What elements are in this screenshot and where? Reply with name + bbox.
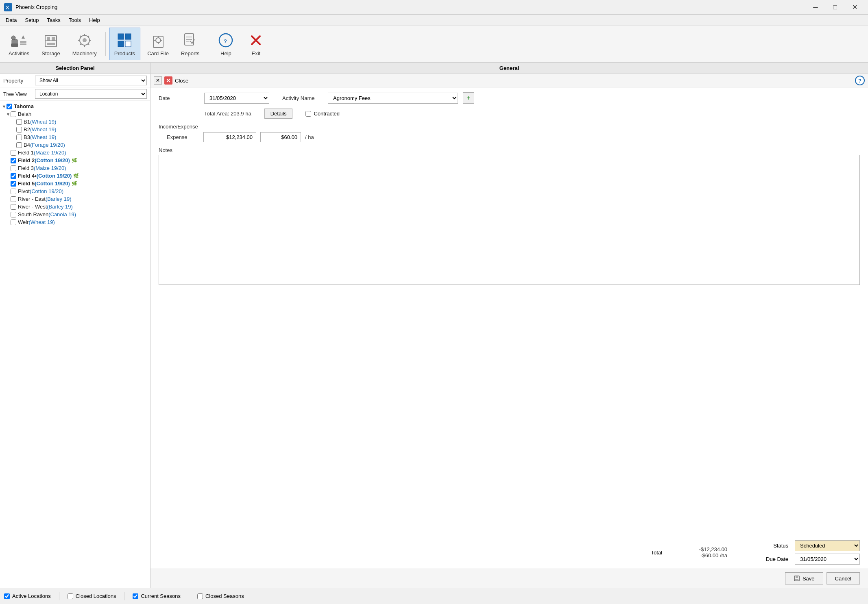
- list-item[interactable]: Field 2(Cotton 19/20) 🌿: [0, 156, 150, 164]
- toolbar-products-button[interactable]: Products: [109, 28, 140, 60]
- field1-label: Field 1: [18, 150, 34, 156]
- svg-rect-14: [125, 34, 131, 39]
- menu-setup[interactable]: Setup: [21, 16, 43, 24]
- b1-label: B1: [24, 119, 30, 125]
- list-item[interactable]: Pivot(Cotton 19/20): [0, 187, 150, 195]
- list-item[interactable]: B3(Wheat 19): [0, 133, 150, 141]
- list-item[interactable]: Weir(Wheat 19): [0, 218, 150, 226]
- tahoma-checkbox[interactable]: [7, 104, 12, 109]
- date-select[interactable]: 31/05/2020: [204, 93, 269, 104]
- current-seasons-label: Current Seasons: [141, 593, 181, 599]
- close-button[interactable]: ✕: [845, 1, 864, 13]
- b1-checkbox[interactable]: [16, 119, 22, 125]
- list-item[interactable]: Field 5(Cotton 19/20) 🌿: [0, 180, 150, 187]
- save-label: Save: [803, 576, 815, 582]
- toolbar-reports-button[interactable]: Reports: [176, 28, 205, 60]
- active-locations-checkbox[interactable]: [4, 593, 10, 599]
- field2-checkbox[interactable]: [11, 158, 16, 163]
- property-select[interactable]: Show All: [35, 76, 147, 85]
- field5-checkbox[interactable]: [11, 181, 16, 187]
- list-item[interactable]: River - West(Barley 19): [0, 203, 150, 211]
- activity-name-label: Activity Name: [282, 95, 323, 101]
- products-icon: [116, 32, 133, 49]
- cancel-button[interactable]: Cancel: [827, 572, 860, 584]
- due-date-select[interactable]: 31/05/2020: [795, 554, 860, 565]
- list-item[interactable]: South Raven(Canola 19): [0, 211, 150, 218]
- field1-checkbox[interactable]: [11, 150, 16, 156]
- close-icon-button[interactable]: [164, 76, 172, 85]
- list-item[interactable]: B2(Wheat 19): [0, 126, 150, 133]
- tree-view-select[interactable]: Location: [35, 89, 147, 99]
- svg-text:X: X: [6, 4, 9, 11]
- river-west-checkbox[interactable]: [11, 204, 16, 210]
- help-circle-button[interactable]: ?: [855, 76, 865, 85]
- pivot-checkbox[interactable]: [11, 189, 16, 194]
- add-activity-button[interactable]: +: [463, 92, 474, 104]
- expense-amount-input[interactable]: [203, 132, 256, 142]
- expander-spacer: [6, 158, 11, 163]
- svg-rect-10: [47, 43, 55, 45]
- expander-icon[interactable]: ▼: [6, 112, 11, 117]
- expense-per-ha-input[interactable]: [260, 132, 301, 142]
- save-icon: [794, 575, 800, 582]
- list-item[interactable]: Field 4•(Cotton 19/20) 🌿: [0, 172, 150, 180]
- form-area: Date 31/05/2020 Activity Name Agronomy F…: [150, 87, 868, 536]
- maximize-button[interactable]: □: [826, 1, 844, 13]
- belah-checkbox[interactable]: [11, 111, 16, 117]
- status-bar: Active Locations Closed Locations Curren…: [0, 588, 868, 604]
- minimize-button[interactable]: ─: [806, 1, 825, 13]
- svg-point-3: [11, 36, 15, 40]
- svg-rect-15: [118, 41, 124, 47]
- status-select[interactable]: Scheduled Completed Cancelled: [795, 540, 860, 551]
- closed-seasons-checkbox[interactable]: [197, 593, 203, 599]
- close-x-button[interactable]: ✕: [154, 76, 162, 85]
- contracted-label: Contracted: [314, 111, 340, 117]
- machinery-label: Machinery: [72, 50, 97, 56]
- activity-name-select[interactable]: Agronomy Fees: [328, 93, 458, 104]
- list-item[interactable]: ▼ Belah: [0, 110, 150, 118]
- river-east-checkbox[interactable]: [11, 196, 16, 202]
- toolbar-help-button[interactable]: ? Help: [212, 28, 240, 60]
- toolbar-storage-button[interactable]: Storage: [36, 28, 65, 60]
- expander-spacer: [11, 119, 16, 124]
- b2-crop: (Wheat 19): [30, 126, 56, 133]
- south-raven-checkbox[interactable]: [11, 212, 16, 217]
- menu-tools[interactable]: Tools: [65, 16, 85, 24]
- closed-locations-checkbox[interactable]: [68, 593, 73, 599]
- b3-checkbox[interactable]: [16, 135, 22, 140]
- closed-seasons-label: Closed Seasons: [205, 593, 244, 599]
- products-label: Products: [114, 50, 135, 56]
- toolbar-machinery-button[interactable]: Machinery: [67, 28, 102, 60]
- general-panel: General ✕ Close ? Date 31/05/2020 Activi…: [150, 63, 868, 588]
- menu-tasks[interactable]: Tasks: [43, 16, 64, 24]
- close-label: Close: [175, 78, 188, 84]
- b4-checkbox[interactable]: [16, 142, 22, 148]
- field3-checkbox[interactable]: [11, 165, 16, 171]
- toolbar-cardfile-button[interactable]: Card File: [142, 28, 174, 60]
- b2-checkbox[interactable]: [16, 127, 22, 133]
- active-locations-label: Active Locations: [12, 593, 51, 599]
- menu-data[interactable]: Data: [2, 16, 21, 24]
- pivot-crop: (Cotton 19/20): [30, 188, 63, 194]
- details-button[interactable]: Details: [264, 109, 293, 119]
- list-item[interactable]: Field 1(Maize 19/20): [0, 149, 150, 156]
- list-item[interactable]: B4(Forage 19/20): [0, 141, 150, 149]
- menu-help[interactable]: Help: [85, 16, 104, 24]
- save-button[interactable]: Save: [785, 572, 823, 584]
- weir-checkbox[interactable]: [11, 219, 16, 225]
- expander-icon[interactable]: ▼: [2, 104, 7, 109]
- list-item[interactable]: River - East(Barley 19): [0, 195, 150, 203]
- notes-textarea[interactable]: [159, 155, 860, 285]
- list-item[interactable]: ▼ Tahoma: [0, 102, 150, 110]
- field4-checkbox[interactable]: [11, 173, 16, 179]
- contracted-checkbox[interactable]: [305, 111, 311, 117]
- list-item[interactable]: Field 3(Maize 19/20): [0, 164, 150, 172]
- toolbar-exit-button[interactable]: Exit: [242, 28, 270, 60]
- list-item[interactable]: B1(Wheat 19): [0, 118, 150, 126]
- toolbar-activities-button[interactable]: Activities: [3, 28, 35, 60]
- current-seasons-checkbox[interactable]: [133, 593, 138, 599]
- exit-label: Exit: [252, 50, 261, 56]
- selection-panel-header: Selection Panel: [0, 63, 150, 74]
- tahoma-label: Tahoma: [14, 103, 34, 109]
- svg-rect-5: [20, 41, 26, 43]
